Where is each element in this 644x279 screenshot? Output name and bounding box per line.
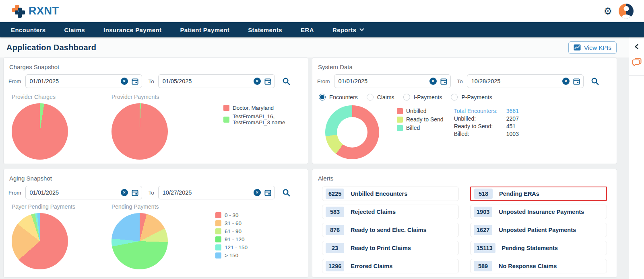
system-from-input[interactable] xyxy=(339,78,426,84)
brand-text: RXNT xyxy=(29,5,59,17)
system-data-panel: System Data From ✕ To xyxy=(312,57,617,164)
alert-count-badge: 23 xyxy=(326,243,344,253)
page-title: Application Dashboard xyxy=(6,43,96,52)
radio-p-payments[interactable]: P-Payments xyxy=(451,94,492,101)
calendar-icon[interactable] xyxy=(132,78,138,85)
donut-legend: Unbilled Ready to Send Billed xyxy=(397,108,444,159)
alert-label: Pending ERAs xyxy=(499,191,539,197)
clear-icon[interactable]: ✕ xyxy=(254,189,261,196)
alert-count-badge: 876 xyxy=(326,225,344,235)
radio-i-payments[interactable]: I-Payments xyxy=(403,94,442,101)
radio-claims[interactable]: Claims xyxy=(367,94,394,101)
aging-from-field: ✕ xyxy=(25,186,142,199)
legend-swatch xyxy=(397,108,403,114)
aging-legend: 0 - 30 31 - 60 61 - 90 91 - 120 xyxy=(215,212,248,269)
charges-panel-title: Charges Snapshot xyxy=(9,64,303,70)
alert-ready-to-send-elec-claims[interactable]: 876 Ready to send Elec. Claims xyxy=(322,223,459,237)
radio-label: P-Payments xyxy=(461,94,492,101)
legend-label: Billed xyxy=(406,125,420,131)
radio-button[interactable] xyxy=(319,94,326,101)
calendar-icon[interactable] xyxy=(264,189,271,196)
clear-icon[interactable]: ✕ xyxy=(121,189,128,196)
stat-value: 2207 xyxy=(506,115,519,122)
rxnt-logo[interactable]: RXNT xyxy=(11,4,59,18)
alert-label: Ready to Print Claims xyxy=(351,245,411,251)
alert-unposted-insurance-payments[interactable]: 1903 Unposted Insurance Payments xyxy=(470,205,607,219)
collapse-chevron-icon[interactable] xyxy=(634,44,639,49)
nav-encounters[interactable]: Encounters xyxy=(2,22,55,37)
nav-reports[interactable]: Reports xyxy=(323,22,374,37)
charges-to-label: To xyxy=(149,78,154,84)
provider-payments-title: Provider Payments xyxy=(111,94,211,100)
aging-to-input[interactable] xyxy=(163,189,250,196)
right-utility-rail xyxy=(629,37,644,279)
chat-icon[interactable] xyxy=(632,57,642,67)
stat-label: Billed: xyxy=(454,131,497,137)
alert-label: Rejected Claims xyxy=(351,209,396,215)
alert-count-badge: 518 xyxy=(474,189,493,199)
main-content: Application Dashboard View KPIs Charges … xyxy=(0,37,629,279)
legend-swatch xyxy=(215,244,221,250)
clear-icon[interactable]: ✕ xyxy=(562,78,570,85)
alert-pending-statements[interactable]: 15113 Pending Statements xyxy=(470,241,607,255)
calendar-icon[interactable] xyxy=(573,78,580,85)
payer-pending-title: Payer Pending Payments xyxy=(12,203,111,210)
calendar-icon[interactable] xyxy=(264,78,271,85)
total-encounters-value: 3661 xyxy=(506,108,519,114)
calendar-icon[interactable] xyxy=(440,78,447,85)
system-to-input[interactable] xyxy=(471,78,559,84)
alert-count-badge: 583 xyxy=(326,207,344,217)
nav-era[interactable]: ERA xyxy=(291,22,323,37)
alert-count-badge: 15113 xyxy=(474,243,495,253)
kpi-chart-icon xyxy=(574,44,581,51)
radio-label: I-Payments xyxy=(414,94,442,101)
aging-to-label: To xyxy=(149,190,154,196)
nav-insurance-payment[interactable]: Insurance Payment xyxy=(94,22,171,37)
search-icon[interactable] xyxy=(282,189,291,197)
legend-item: Doctor, Maryland xyxy=(223,105,303,111)
search-icon[interactable] xyxy=(282,77,291,86)
alert-pending-eras[interactable]: 518 Pending ERAs xyxy=(470,187,607,201)
legend-item: Ready to Send xyxy=(397,116,444,123)
stat-label: Unbilled: xyxy=(454,115,497,122)
pending-payments-pie xyxy=(111,213,168,269)
clear-icon[interactable]: ✕ xyxy=(429,78,437,85)
legend-swatch xyxy=(215,252,221,258)
nav-statements[interactable]: Statements xyxy=(239,22,291,37)
alert-count-badge: 589 xyxy=(474,261,492,271)
clear-icon[interactable]: ✕ xyxy=(254,78,261,85)
legend-label: Unbilled xyxy=(406,108,427,114)
alert-unposted-patient-payments[interactable]: 1627 Unposted Patient Payments xyxy=(470,223,607,237)
alert-label: Unposted Patient Payments xyxy=(499,227,576,233)
search-icon[interactable] xyxy=(591,77,599,86)
charges-from-input[interactable] xyxy=(30,78,117,84)
alert-label: Ready to send Elec. Claims xyxy=(351,227,427,233)
alert-unbilled-encounters[interactable]: 6225 Unbilled Encounters xyxy=(322,187,459,201)
alert-rejected-claims[interactable]: 583 Rejected Claims xyxy=(322,205,459,219)
radio-button[interactable] xyxy=(367,94,374,101)
nav-claims[interactable]: Claims xyxy=(55,22,95,37)
radio-button[interactable] xyxy=(403,94,410,101)
alert-no-response-claims[interactable]: 589 No Response Claims xyxy=(470,259,607,273)
radio-button[interactable] xyxy=(451,94,458,101)
view-kpis-button[interactable]: View KPIs xyxy=(568,41,617,54)
calendar-icon[interactable] xyxy=(132,189,138,196)
legend-swatch xyxy=(215,220,221,226)
clear-icon[interactable]: ✕ xyxy=(121,78,128,85)
legend-item: 91 - 120 xyxy=(215,236,248,242)
radio-encounters[interactable]: Encounters xyxy=(319,94,358,101)
radio-label: Claims xyxy=(377,94,394,101)
user-avatar[interactable] xyxy=(619,4,634,18)
aging-from-label: From xyxy=(8,190,21,196)
settings-gear-icon[interactable]: ⚙ xyxy=(603,6,612,16)
legend-swatch xyxy=(397,117,403,123)
aging-from-input[interactable] xyxy=(30,189,117,196)
aging-panel-title: Aging Snapshot xyxy=(9,175,303,182)
legend-label: 121 - 150 xyxy=(225,244,248,250)
charges-to-input[interactable] xyxy=(163,78,250,84)
alert-errored-claims[interactable]: 1296 Errored Claims xyxy=(322,259,459,273)
system-from-field: ✕ xyxy=(334,74,451,88)
alert-ready-to-print-claims[interactable]: 23 Ready to Print Claims xyxy=(322,241,459,255)
aging-to-field: ✕ xyxy=(158,186,275,199)
nav-patient-payment[interactable]: Patient Payment xyxy=(171,22,239,37)
